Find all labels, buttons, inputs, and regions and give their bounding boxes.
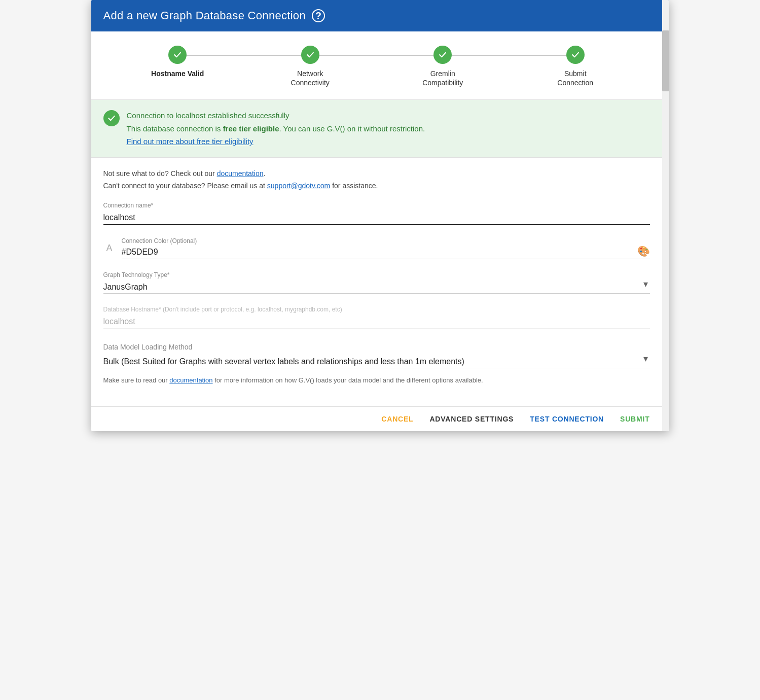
graph-type-select[interactable]: JanusGraph Amazon Neptune TinkerPop Azur… — [103, 281, 650, 294]
color-label: Connection Color (Optional) — [122, 237, 650, 244]
step-circle-hostname — [168, 46, 187, 64]
data-model-label: Data Model Loading Method — [103, 343, 650, 351]
data-model-select[interactable]: Bulk (Best Suited for Graphs with severa… — [103, 355, 650, 368]
step-label-submit: SubmitConnection — [557, 69, 593, 87]
info-section: Not sure what to do? Check out our docum… — [91, 158, 662, 197]
step-label-network: NetworkConnectivity — [291, 69, 330, 87]
advanced-settings-button[interactable]: ADVANCED SETTINGS — [429, 415, 514, 423]
step-label-hostname: Hostname Valid — [151, 69, 204, 78]
step-circle-network — [301, 46, 319, 64]
data-model-wrapper: Bulk (Best Suited for Graphs with severa… — [103, 355, 650, 368]
data-model-note-suffix: for more information on how G.V() loads … — [213, 376, 483, 384]
documentation-link-1[interactable]: documentation — [217, 169, 264, 178]
success-detail: This database connection is free tier el… — [127, 122, 425, 135]
palette-icon[interactable]: 🎨 — [637, 245, 650, 257]
hostname-value: localhost — [103, 315, 650, 329]
success-text: Connection to localhost established succ… — [127, 109, 425, 148]
help-icon[interactable]: ? — [312, 9, 325, 22]
dialog-title: Add a new Graph Database Connection — [103, 9, 306, 22]
success-banner: Connection to localhost established succ… — [91, 100, 662, 158]
documentation-link-2[interactable]: documentation — [169, 376, 212, 384]
graph-type-field: Graph Technology Type* JanusGraph Amazon… — [103, 271, 650, 294]
hostname-field: Database Hostname* (Don't include port o… — [103, 306, 650, 329]
color-field-inner: Connection Color (Optional) 🎨 — [122, 237, 650, 259]
success-icon — [103, 110, 120, 126]
dialog-body: Hostname Valid NetworkConnectivity Greml… — [91, 31, 662, 406]
info-line1-suffix: . — [263, 169, 265, 178]
connection-name-input[interactable] — [103, 211, 650, 225]
info-line2-suffix: for assistance. — [330, 182, 378, 190]
support-email-link[interactable]: support@gdotv.com — [267, 182, 330, 190]
success-bold: free tier eligible — [223, 124, 279, 133]
dialog-footer: CANCEL ADVANCED SETTINGS TEST CONNECTION… — [91, 406, 662, 431]
scrollbar-thumb[interactable] — [662, 30, 669, 91]
submit-button[interactable]: SUBMIT — [620, 415, 649, 423]
data-model-section: Data Model Loading Method Bulk (Best Sui… — [103, 343, 650, 386]
connection-name-label: Connection name* — [103, 202, 650, 209]
stepper: Hostname Valid NetworkConnectivity Greml… — [91, 31, 662, 100]
test-connection-button[interactable]: TEST CONNECTION — [530, 415, 604, 423]
cancel-button[interactable]: CANCEL — [381, 415, 413, 423]
scrollbar-track[interactable] — [662, 0, 669, 431]
success-link-wrapper: Find out more about free tier eligibilit… — [127, 135, 425, 148]
color-letter-icon: A — [103, 243, 116, 254]
dialog-header: Add a new Graph Database Connection ? — [91, 0, 669, 31]
graph-type-wrapper: JanusGraph Amazon Neptune TinkerPop Azur… — [103, 281, 650, 294]
free-tier-link[interactable]: Find out more about free tier eligibilit… — [127, 137, 254, 146]
step-circle-submit — [566, 46, 585, 64]
success-title: Connection to localhost established succ… — [127, 109, 425, 122]
data-model-note-prefix: Make sure to read our — [103, 376, 170, 384]
success-prefix: This database connection is — [127, 124, 223, 133]
info-line2: Can't connect to your database? Please e… — [103, 180, 650, 192]
graph-type-label: Graph Technology Type* — [103, 271, 650, 278]
step-network: NetworkConnectivity — [244, 46, 377, 87]
info-line2-prefix: Can't connect to your database? Please e… — [103, 182, 267, 190]
hostname-label: Database Hostname* (Don't include port o… — [103, 306, 650, 313]
step-circle-gremlin — [433, 46, 452, 64]
info-line1: Not sure what to do? Check out our docum… — [103, 168, 650, 180]
color-input[interactable] — [122, 246, 650, 259]
info-line1-prefix: Not sure what to do? Check out our — [103, 169, 217, 178]
step-label-gremlin: GremlinCompatibility — [422, 69, 463, 87]
data-model-note: Make sure to read our documentation for … — [103, 375, 650, 386]
connection-name-field: Connection name* — [103, 202, 650, 225]
step-hostname: Hostname Valid — [112, 46, 244, 78]
form-section: Connection name* A Connection Color (Opt… — [91, 197, 662, 406]
dialog-container: Add a new Graph Database Connection ? Ho… — [91, 0, 669, 431]
step-submit: SubmitConnection — [509, 46, 642, 87]
success-suffix: . You can use G.V() on it without restri… — [279, 124, 425, 133]
step-gremlin: GremlinCompatibility — [377, 46, 510, 87]
connection-color-wrapper: A Connection Color (Optional) 🎨 — [103, 237, 650, 259]
